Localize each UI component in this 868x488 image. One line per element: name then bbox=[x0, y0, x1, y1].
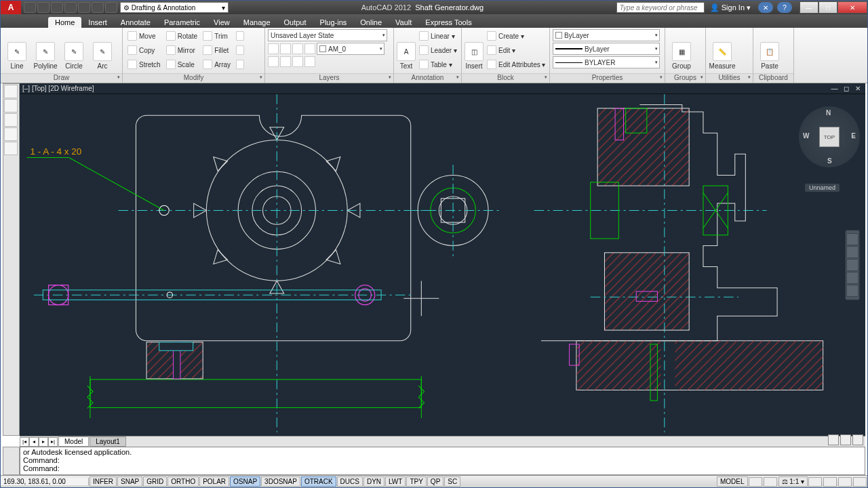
circle-button[interactable]: ✎Circle bbox=[60, 29, 87, 71]
tb-icon[interactable] bbox=[4, 113, 18, 127]
nav-pan-icon[interactable] bbox=[846, 246, 859, 258]
layer-lock-icon[interactable] bbox=[304, 43, 315, 54]
layer-on-icon[interactable] bbox=[280, 43, 291, 54]
close-button[interactable]: ✕ bbox=[837, 1, 867, 14]
tb-icon[interactable] bbox=[4, 85, 18, 98]
qat-save-icon[interactable] bbox=[51, 2, 63, 13]
nav-orbit-icon[interactable] bbox=[846, 272, 859, 284]
modify-extra-icon[interactable] bbox=[234, 43, 246, 57]
modify-extra-icon[interactable] bbox=[234, 58, 246, 71]
tab-parametric[interactable]: Parametric bbox=[157, 17, 207, 28]
toggle-lwt[interactable]: LWT bbox=[385, 476, 406, 487]
model-space-toggle[interactable]: MODEL bbox=[717, 476, 748, 487]
table-button[interactable]: Table ▾ bbox=[417, 58, 459, 71]
qat-open-icon[interactable] bbox=[37, 2, 50, 13]
fillet-button[interactable]: Fillet bbox=[201, 43, 233, 57]
layer-state-combo[interactable]: Unsaved Layer State▾ bbox=[268, 29, 387, 41]
nav-showmotion-icon[interactable] bbox=[846, 285, 859, 297]
scale-button[interactable]: Scale bbox=[164, 58, 199, 71]
toggle-sc[interactable]: SC bbox=[444, 476, 460, 487]
maximize-button[interactable]: □ bbox=[818, 1, 837, 14]
status-icon[interactable] bbox=[838, 477, 852, 487]
line-button[interactable]: ✎Line bbox=[3, 29, 31, 71]
tab-first-icon[interactable]: |◂ bbox=[20, 437, 29, 447]
cad-canvas[interactable]: 1 - A - 4 x 20 bbox=[20, 94, 865, 447]
toggle-polar[interactable]: POLAR bbox=[199, 476, 229, 487]
paste-button[interactable]: 📋Paste bbox=[756, 29, 783, 71]
linetype-combo[interactable]: BYLAYER▾ bbox=[553, 56, 660, 68]
nav-wheel-icon[interactable] bbox=[846, 233, 859, 245]
toggle-tpy[interactable]: TPY bbox=[406, 476, 426, 487]
coordinates[interactable]: 169.30, 183.61, 0.00 bbox=[1, 478, 89, 485]
mirror-button[interactable]: Mirror bbox=[164, 43, 199, 57]
array-button[interactable]: Array bbox=[201, 58, 233, 71]
layer-match-icon[interactable] bbox=[292, 56, 303, 67]
wcs-label[interactable]: Unnamed bbox=[805, 184, 840, 192]
sign-in-button[interactable]: 👤 Sign In ▾ bbox=[705, 3, 756, 12]
tab-express-tools[interactable]: Express Tools bbox=[418, 17, 478, 28]
status-icon[interactable] bbox=[808, 477, 822, 487]
tb-icon[interactable] bbox=[4, 99, 18, 113]
drawing-area[interactable]: [–] [Top] [2D Wireframe] — ◻ ✕ bbox=[20, 83, 865, 436]
status-icon[interactable] bbox=[823, 477, 837, 487]
layer-prev-icon[interactable] bbox=[280, 56, 291, 67]
status-icon[interactable] bbox=[764, 477, 777, 487]
nav-zoom-icon[interactable] bbox=[846, 259, 859, 271]
cmd-icon[interactable] bbox=[828, 434, 839, 445]
status-icon[interactable] bbox=[853, 477, 867, 487]
tab-next-icon[interactable]: ▸ bbox=[39, 437, 48, 447]
insert-button[interactable]: ◫Insert bbox=[465, 29, 484, 71]
layer-props-icon[interactable] bbox=[268, 43, 279, 54]
minimize-button[interactable]: — bbox=[800, 1, 818, 14]
app-logo[interactable]: A bbox=[1, 1, 21, 14]
toggle-grid[interactable]: GRID bbox=[143, 476, 167, 487]
toggle-infer[interactable]: INFER bbox=[90, 476, 117, 487]
layer-states-icon[interactable] bbox=[304, 56, 315, 67]
toggle-dyn[interactable]: DYN bbox=[363, 476, 384, 487]
text-button[interactable]: AText bbox=[397, 29, 416, 71]
tab-insert[interactable]: Insert bbox=[81, 17, 114, 28]
help-search-input[interactable] bbox=[616, 2, 705, 13]
tab-output[interactable]: Output bbox=[277, 17, 313, 28]
toggle-otrack[interactable]: OTRACK bbox=[301, 476, 336, 487]
rotate-button[interactable]: Rotate bbox=[164, 29, 199, 43]
linear-button[interactable]: Linear ▾ bbox=[417, 29, 459, 43]
viewport-label[interactable]: [–] [Top] [2D Wireframe] — ◻ ✕ bbox=[20, 83, 865, 94]
qat-new-icon[interactable] bbox=[24, 2, 36, 13]
tab-annotate[interactable]: Annotate bbox=[114, 17, 157, 28]
tab-home[interactable]: Home bbox=[48, 17, 81, 28]
leader-button[interactable]: Leader ▾ bbox=[417, 43, 459, 57]
toggle-ducs[interactable]: DUCS bbox=[337, 476, 363, 487]
model-tab-layout1[interactable]: Layout1 bbox=[90, 436, 126, 447]
current-layer-combo[interactable]: AM_0▾ bbox=[317, 43, 384, 55]
tab-online[interactable]: Online bbox=[353, 17, 389, 28]
layer-iso-icon[interactable] bbox=[268, 56, 279, 67]
move-button[interactable]: Move bbox=[125, 29, 163, 43]
tab-view[interactable]: View bbox=[207, 17, 237, 28]
trim-button[interactable]: Trim bbox=[201, 29, 233, 43]
tb-icon[interactable] bbox=[4, 142, 18, 155]
cmd-icon[interactable] bbox=[852, 434, 863, 445]
toggle-3dosnap[interactable]: 3DOSNAP bbox=[261, 476, 300, 487]
polyline-button[interactable]: ✎Polyline bbox=[32, 29, 59, 71]
exchange-icon[interactable]: ✕ bbox=[758, 2, 773, 13]
layer-freeze-icon[interactable] bbox=[292, 43, 303, 54]
tab-prev-icon[interactable]: ◂ bbox=[29, 437, 39, 447]
cmd-icon[interactable] bbox=[840, 434, 851, 445]
command-handle[interactable] bbox=[3, 447, 20, 475]
create-button[interactable]: Create ▾ bbox=[485, 29, 547, 43]
qat-saveas-icon[interactable] bbox=[64, 2, 77, 13]
toggle-qp[interactable]: QP bbox=[427, 476, 443, 487]
tab-plug-ins[interactable]: Plug-ins bbox=[313, 17, 354, 28]
viewcube[interactable]: N S W E TOP bbox=[799, 106, 860, 167]
tab-vault[interactable]: Vault bbox=[389, 17, 418, 28]
qat-redo-icon[interactable] bbox=[105, 2, 117, 13]
status-icon[interactable] bbox=[749, 477, 762, 487]
arc-button[interactable]: ✎Arc bbox=[89, 29, 116, 71]
toggle-snap[interactable]: SNAP bbox=[117, 476, 142, 487]
qat-undo-icon[interactable] bbox=[92, 2, 104, 13]
model-tab-model[interactable]: Model bbox=[58, 436, 89, 447]
modify-extra-icon[interactable] bbox=[234, 29, 246, 43]
color-combo[interactable]: ByLayer▾ bbox=[553, 29, 660, 41]
stretch-button[interactable]: Stretch bbox=[125, 58, 163, 71]
